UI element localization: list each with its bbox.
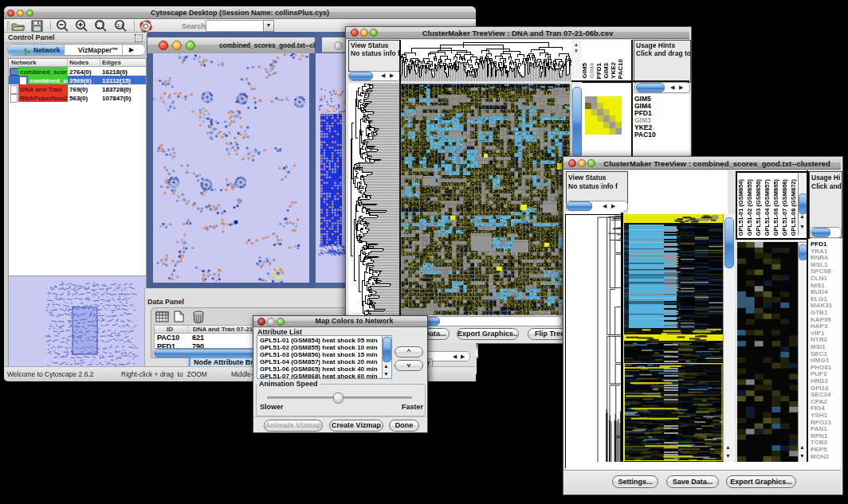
svg-text:1:1: 1:1	[117, 23, 124, 28]
